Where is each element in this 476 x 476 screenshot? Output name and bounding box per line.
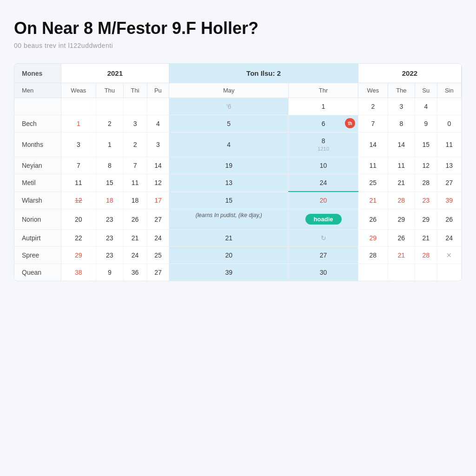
- row-month: Bech: [14, 115, 61, 132]
- circle-badge: th: [345, 118, 355, 128]
- cell: 21: [415, 230, 437, 247]
- cell: 28: [358, 247, 388, 264]
- cell: 13: [169, 174, 289, 192]
- table-row: Neyian 7 8 7 14 19 10 11 11 12 13: [14, 157, 462, 174]
- row-month: [14, 98, 61, 115]
- cell: 2: [96, 115, 123, 132]
- cell: [388, 264, 415, 281]
- cell: 12: [61, 192, 96, 209]
- table-row: Spree 29 23 24 25 20 27 28 21 28 ✕: [14, 247, 462, 264]
- cell: 11: [358, 157, 388, 174]
- cell: 1: [289, 98, 358, 115]
- cell: 36: [123, 264, 147, 281]
- cell: 23: [96, 247, 123, 264]
- cell: [61, 98, 96, 115]
- year-highlighted: Ton Ilsu: 2: [169, 64, 358, 83]
- cell: 38: [61, 264, 96, 281]
- cell: 27: [289, 247, 358, 264]
- tooltip-text: (learns In pudist, (ike djay,): [196, 212, 262, 218]
- cell: 5: [169, 115, 289, 132]
- cell: 29: [61, 247, 96, 264]
- day-label-9: Su: [415, 83, 437, 98]
- subtitle: 00 beaus trev int l122uddwdenti: [14, 42, 462, 49]
- cell: 21: [169, 230, 289, 247]
- cell: 24: [147, 230, 169, 247]
- row-month: Wlarsh: [14, 192, 61, 209]
- row-month: Metil: [14, 174, 61, 192]
- day-label-2: Thu: [96, 83, 123, 98]
- cell: 23: [415, 192, 437, 209]
- cell: hoadie: [289, 209, 358, 230]
- cell: 81210: [289, 132, 358, 157]
- cell: 27: [147, 264, 169, 281]
- cell: 4: [147, 115, 169, 132]
- cell: 14: [358, 132, 388, 157]
- cell: 23: [96, 209, 123, 230]
- cell: 9: [415, 115, 437, 132]
- cell: 29: [358, 230, 388, 247]
- cell: 7: [358, 115, 388, 132]
- year-2021: 2021: [61, 64, 169, 83]
- cell: 2: [123, 132, 147, 157]
- cell: 8: [96, 157, 123, 174]
- cell: 14: [147, 157, 169, 174]
- cell: 8: [388, 115, 415, 132]
- table-row: Metil 11 15 11 12 13 24 25 21 28 27: [14, 174, 462, 192]
- row-month: Neyian: [14, 157, 61, 174]
- cell: 21: [123, 230, 147, 247]
- cell: [358, 264, 388, 281]
- cell: 29: [388, 209, 415, 230]
- cell: 25: [147, 247, 169, 264]
- cell: 15: [415, 132, 437, 157]
- cell: 1: [61, 115, 96, 132]
- cell: [415, 264, 437, 281]
- row-month: Quean: [14, 264, 61, 281]
- day-label-10: Sin: [437, 83, 461, 98]
- cell: 25: [358, 174, 388, 192]
- cell: 3: [123, 115, 147, 132]
- strikethrough-value: 12: [75, 197, 82, 204]
- cell: 27: [147, 209, 169, 230]
- month-header: Mones: [14, 64, 61, 83]
- row-month: Norion: [14, 209, 61, 230]
- day-label-6: Thr: [289, 83, 358, 98]
- table-row: Norion 20 23 26 27 (learns In pudist, (i…: [14, 209, 462, 230]
- table-row: Bech 1 2 3 4 5 6 th 7 8 9 0: [14, 115, 462, 132]
- cell: 28: [415, 174, 437, 192]
- year-row: Mones 2021 Ton Ilsu: 2 2022: [14, 64, 462, 83]
- cell: ✕: [437, 247, 461, 264]
- cell: 4: [415, 98, 437, 115]
- day-label-7: Wes: [358, 83, 388, 98]
- cell: 23: [96, 230, 123, 247]
- table-row: Autpirt 22 23 21 24 21 ↻ 29 26 21 24: [14, 230, 462, 247]
- cell: 3: [147, 132, 169, 157]
- action-badge[interactable]: hoadie: [305, 214, 342, 225]
- cell: 14: [388, 132, 415, 157]
- cell: 7: [123, 157, 147, 174]
- cell: 28: [415, 247, 437, 264]
- cell: 28: [388, 192, 415, 209]
- cell: 11: [388, 157, 415, 174]
- cell: 26: [123, 209, 147, 230]
- cell: 7: [61, 157, 96, 174]
- cell: 2: [358, 98, 388, 115]
- day-label-4: Pu: [147, 83, 169, 98]
- cell: 24: [123, 247, 147, 264]
- cell: 11: [61, 174, 96, 192]
- cell: ↻: [289, 230, 358, 247]
- cell: 17: [147, 192, 169, 209]
- cell: 26: [437, 209, 461, 230]
- cell: 3: [61, 132, 96, 157]
- cell: 39: [169, 264, 289, 281]
- cell: 18: [96, 192, 123, 209]
- cell: 12: [147, 174, 169, 192]
- day-label-5: May: [169, 83, 289, 98]
- cell: 1: [96, 132, 123, 157]
- cell: [437, 264, 461, 281]
- cell: (learns In pudist, (ike djay,): [169, 209, 289, 230]
- row-month: Months: [14, 132, 61, 157]
- table-row: Months 3 1 2 3 4 81210 14 14 15 11: [14, 132, 462, 157]
- page-title: On Near 8 M/Festor 9.F Holler?: [14, 19, 462, 38]
- cell: 21: [388, 174, 415, 192]
- cell: [437, 98, 461, 115]
